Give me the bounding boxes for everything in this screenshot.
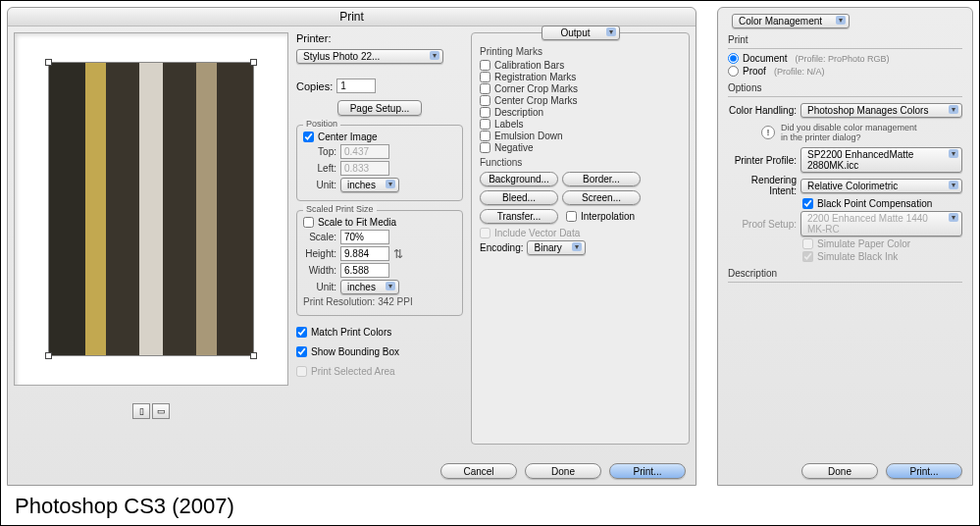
screen-button[interactable]: Screen... [562, 190, 641, 205]
background-button[interactable]: Background... [480, 172, 558, 186]
print-preview [14, 32, 288, 386]
simulate-black-checkbox [802, 251, 813, 262]
rendering-intent-select[interactable]: Relative Colorimetric [800, 179, 962, 193]
printer-select[interactable]: Stylus Photo 22... [296, 49, 443, 64]
color-handling-select[interactable]: Photoshop Manages Colors [800, 103, 962, 118]
scale-input[interactable] [340, 230, 389, 244]
copies-input[interactable] [336, 79, 376, 93]
border-button[interactable]: Border... [562, 172, 641, 186]
negative-checkbox[interactable] [480, 142, 490, 153]
center-crop-marks-checkbox[interactable] [480, 95, 490, 106]
cancel-button[interactable]: Cancel [440, 463, 517, 479]
caption: Photoshop CS3 (2007) [15, 494, 234, 519]
warning-text: Did you disable color management in the … [781, 123, 917, 142]
link-icon[interactable]: ⇅ [393, 247, 403, 261]
printing-marks-label: Printing Marks [480, 46, 681, 57]
cm-done-button[interactable]: Done [801, 463, 878, 479]
description-checkbox[interactable] [480, 107, 490, 118]
cm-print-button[interactable]: Print... [886, 463, 962, 479]
output-section-select[interactable]: Output [542, 26, 620, 40]
black-point-checkbox[interactable] [802, 198, 813, 209]
print-section-label: Print [728, 34, 962, 45]
transfer-button[interactable]: Transfer... [480, 209, 558, 224]
scaled-legend: Scaled Print Size [303, 204, 377, 214]
include-vector-checkbox [480, 228, 490, 238]
print-selected-area-checkbox [296, 366, 307, 377]
interpolation-checkbox[interactable] [566, 211, 577, 222]
printing-marks-list: Calibration Bars Registration Marks Corn… [480, 60, 681, 153]
corner-crop-marks-checkbox[interactable] [480, 83, 490, 94]
scaled-unit-select[interactable]: inches [340, 280, 399, 294]
match-print-colors-checkbox[interactable] [296, 327, 307, 338]
orientation-landscape-button[interactable]: ▭ [152, 403, 170, 419]
calibration-bars-checkbox[interactable] [480, 60, 490, 71]
copies-label: Copies: [296, 80, 333, 92]
emulsion-down-checkbox[interactable] [480, 131, 490, 141]
printer-label: Printer: [296, 32, 463, 44]
simulate-paper-checkbox [802, 238, 813, 249]
show-bounding-box-checkbox[interactable] [296, 346, 307, 357]
bleed-button[interactable]: Bleed... [480, 190, 558, 205]
position-legend: Position [303, 119, 340, 129]
dialog-title: Print [8, 8, 696, 26]
warning-icon: ! [761, 126, 775, 139]
encoding-select[interactable]: Binary [527, 240, 586, 255]
document-radio[interactable] [728, 53, 739, 64]
functions-label: Functions [480, 157, 681, 168]
position-unit-select[interactable]: inches [340, 178, 399, 192]
labels-checkbox[interactable] [480, 119, 490, 130]
print-resolution-label: Print Resolution: 342 PPI [303, 296, 456, 307]
options-section-label: Options [728, 82, 962, 93]
proof-radio[interactable] [728, 66, 739, 77]
done-button[interactable]: Done [525, 463, 601, 479]
orientation-portrait-button[interactable]: ▯ [132, 403, 150, 419]
height-input[interactable] [340, 246, 389, 261]
print-button[interactable]: Print... [609, 463, 686, 479]
center-image-checkbox[interactable] [303, 132, 314, 142]
registration-marks-checkbox[interactable] [480, 72, 490, 82]
page-setup-button[interactable]: Page Setup... [337, 100, 423, 116]
description-section-label: Description [728, 268, 962, 279]
width-input[interactable] [340, 263, 389, 278]
preview-image[interactable] [48, 62, 254, 356]
position-left-input [340, 161, 389, 176]
position-top-input [340, 144, 389, 159]
color-management-section-select[interactable]: Color Management [732, 14, 850, 28]
scale-to-fit-checkbox[interactable] [303, 217, 314, 228]
printer-profile-select[interactable]: SP2200 EnhancedMatte 2880MK.icc [800, 147, 962, 173]
proof-setup-select: 2200 Enhanced Matte 1440 MK-RC [800, 211, 962, 237]
